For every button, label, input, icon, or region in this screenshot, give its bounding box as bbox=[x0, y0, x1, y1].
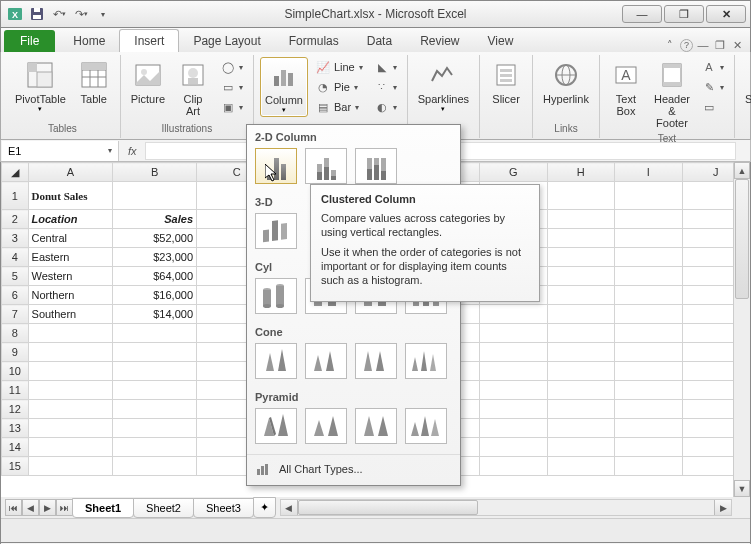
row-header[interactable]: 14 bbox=[2, 438, 29, 457]
chart-tile-clustered-column[interactable] bbox=[255, 148, 297, 184]
chart-tile-pyramid-3[interactable] bbox=[355, 408, 397, 444]
chart-tile-100stacked-column[interactable] bbox=[355, 148, 397, 184]
tab-home[interactable]: Home bbox=[59, 30, 119, 52]
row-header[interactable]: 5 bbox=[2, 267, 29, 286]
hyperlink-button[interactable]: Hyperlink bbox=[539, 57, 593, 107]
scatter-chart-button[interactable]: ∵▾ bbox=[371, 77, 401, 97]
sheet-nav-prev-icon[interactable]: ◀ bbox=[22, 499, 39, 516]
row-header[interactable]: 12 bbox=[2, 400, 29, 419]
cell[interactable]: Donut Sales bbox=[28, 182, 113, 210]
sheet-nav-next-icon[interactable]: ▶ bbox=[39, 499, 56, 516]
save-icon[interactable] bbox=[27, 4, 47, 24]
hscroll-thumb[interactable] bbox=[298, 500, 478, 515]
col-header[interactable]: G bbox=[479, 163, 547, 182]
scroll-up-icon[interactable]: ▲ bbox=[734, 162, 750, 179]
vertical-scrollbar[interactable]: ▲ ▼ bbox=[733, 162, 750, 497]
select-all-corner[interactable]: ◢ bbox=[2, 163, 29, 182]
cell[interactable]: Southern bbox=[28, 305, 113, 324]
row-header[interactable]: 9 bbox=[2, 343, 29, 362]
area-chart-button[interactable]: ◣▾ bbox=[371, 57, 401, 77]
chart-tile-pyramid-2[interactable] bbox=[305, 408, 347, 444]
excel-icon[interactable]: X bbox=[5, 4, 25, 24]
row-header[interactable]: 10 bbox=[2, 362, 29, 381]
cell[interactable]: $14,000 bbox=[113, 305, 197, 324]
row-header[interactable]: 2 bbox=[2, 210, 29, 229]
scroll-thumb[interactable] bbox=[735, 179, 749, 299]
close-button[interactable]: ✕ bbox=[706, 5, 746, 23]
tab-file[interactable]: File bbox=[4, 30, 55, 52]
line-chart-button[interactable]: 📈Line▾ bbox=[312, 57, 367, 77]
maximize-button[interactable]: ❐ bbox=[664, 5, 704, 23]
redo-icon[interactable]: ↷▾ bbox=[71, 4, 91, 24]
scroll-left-icon[interactable]: ◀ bbox=[281, 500, 298, 515]
doc-close-icon[interactable]: ✕ bbox=[730, 38, 744, 52]
row-header[interactable]: 8 bbox=[2, 324, 29, 343]
tab-formulas[interactable]: Formulas bbox=[275, 30, 353, 52]
symbols-button[interactable]: Ω Symbols ▾ bbox=[741, 57, 751, 115]
all-chart-types-button[interactable]: All Chart Types... bbox=[247, 454, 460, 481]
cell[interactable]: Western bbox=[28, 267, 113, 286]
col-header[interactable]: H bbox=[547, 163, 615, 182]
picture-button[interactable]: Picture bbox=[127, 57, 169, 107]
cell[interactable]: Northern bbox=[28, 286, 113, 305]
sheet-nav-last-icon[interactable]: ⏭ bbox=[56, 499, 73, 516]
pie-chart-button[interactable]: ◔Pie▾ bbox=[312, 77, 367, 97]
screenshot-button[interactable]: ▣▾ bbox=[217, 97, 247, 117]
name-box-dropdown-icon[interactable]: ▾ bbox=[108, 146, 112, 155]
wordart-button[interactable]: A▾ bbox=[698, 57, 728, 77]
help-icon[interactable]: ? bbox=[680, 39, 693, 52]
tab-pagelayout[interactable]: Page Layout bbox=[179, 30, 274, 52]
sparklines-button[interactable]: Sparklines ▾ bbox=[414, 57, 473, 115]
chart-tile-3d-clustered[interactable] bbox=[255, 213, 297, 249]
col-header[interactable]: A bbox=[28, 163, 113, 182]
ribbon-minimize-icon[interactable]: ˄ bbox=[663, 38, 677, 52]
smartart-button[interactable]: ▭▾ bbox=[217, 77, 247, 97]
doc-restore-icon[interactable]: ❐ bbox=[713, 38, 727, 52]
cell[interactable]: Eastern bbox=[28, 248, 113, 267]
other-chart-button[interactable]: ◐▾ bbox=[371, 97, 401, 117]
cell[interactable]: Sales bbox=[113, 210, 197, 229]
new-sheet-button[interactable]: ✦ bbox=[253, 497, 276, 518]
sheet-tab-1[interactable]: Sheet1 bbox=[72, 498, 134, 518]
cell[interactable]: $52,000 bbox=[113, 229, 197, 248]
textbox-button[interactable]: A Text Box bbox=[606, 57, 646, 119]
tab-view[interactable]: View bbox=[474, 30, 528, 52]
sheet-tab-2[interactable]: Sheet2 bbox=[133, 498, 194, 518]
chart-tile-pyramid-1[interactable] bbox=[255, 408, 297, 444]
chart-tile-cone-4[interactable] bbox=[405, 343, 447, 379]
cell[interactable]: Location bbox=[28, 210, 113, 229]
headerfooter-button[interactable]: Header & Footer bbox=[650, 57, 694, 131]
row-header[interactable]: 13 bbox=[2, 419, 29, 438]
chart-tile-stacked-column[interactable] bbox=[305, 148, 347, 184]
bar-chart-button[interactable]: ▤Bar▾ bbox=[312, 97, 367, 117]
row-header[interactable]: 3 bbox=[2, 229, 29, 248]
col-header[interactable]: I bbox=[615, 163, 682, 182]
col-header[interactable]: B bbox=[113, 163, 197, 182]
table-button[interactable]: Table bbox=[74, 57, 114, 107]
chart-tile-cone-3[interactable] bbox=[355, 343, 397, 379]
undo-icon[interactable]: ↶▾ bbox=[49, 4, 69, 24]
column-chart-button[interactable]: Column ▾ bbox=[260, 57, 308, 117]
cell[interactable]: Central bbox=[28, 229, 113, 248]
chart-tile-cone-2[interactable] bbox=[305, 343, 347, 379]
row-header[interactable]: 6 bbox=[2, 286, 29, 305]
slicer-button[interactable]: Slicer bbox=[486, 57, 526, 107]
row-header[interactable]: 15 bbox=[2, 457, 29, 476]
object-button[interactable]: ▭ bbox=[698, 97, 728, 117]
chart-tile-cone-1[interactable] bbox=[255, 343, 297, 379]
clipart-button[interactable]: Clip Art bbox=[173, 57, 213, 119]
cell[interactable]: $23,000 bbox=[113, 248, 197, 267]
tab-insert[interactable]: Insert bbox=[119, 29, 179, 52]
chart-tile-cylinder-1[interactable] bbox=[255, 278, 297, 314]
cell[interactable]: $64,000 bbox=[113, 267, 197, 286]
qat-customize-icon[interactable]: ▾ bbox=[93, 4, 113, 24]
row-header[interactable]: 11 bbox=[2, 381, 29, 400]
pivottable-button[interactable]: PivotTable ▾ bbox=[11, 57, 70, 115]
tab-review[interactable]: Review bbox=[406, 30, 473, 52]
shapes-button[interactable]: ◯▾ bbox=[217, 57, 247, 77]
row-header[interactable]: 1 bbox=[2, 182, 29, 210]
horizontal-scrollbar[interactable]: ◀ ▶ bbox=[280, 499, 732, 516]
cell[interactable]: $16,000 bbox=[113, 286, 197, 305]
name-box[interactable]: E1 ▾ bbox=[2, 141, 119, 161]
sheet-nav-first-icon[interactable]: ⏮ bbox=[5, 499, 22, 516]
